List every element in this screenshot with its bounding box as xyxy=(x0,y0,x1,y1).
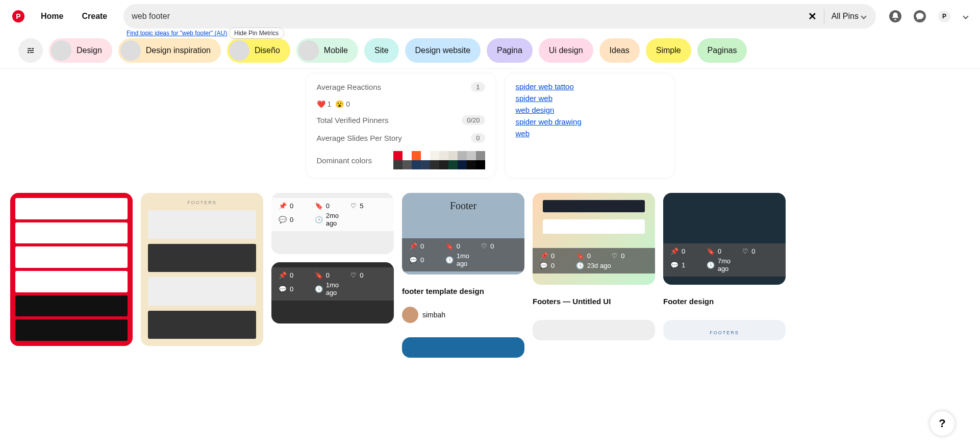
pin-card[interactable] xyxy=(10,193,133,346)
pin-card[interactable]: FOOTERS xyxy=(663,320,786,340)
top-header: P Home Create ✕ All Pins P xyxy=(0,0,980,33)
category-pill[interactable]: Design xyxy=(49,38,112,63)
metric-comments: 0 xyxy=(420,256,424,264)
messages-icon[interactable] xyxy=(914,10,926,22)
avg-slides-label: Average Slides Per Story xyxy=(317,134,402,142)
pin-card[interactable]: Footer 📌0 🔖0 ♡0 💬0 🕓1mo ago xyxy=(402,193,524,275)
comment-icon: 💬 xyxy=(670,261,679,269)
color-swatch[interactable] xyxy=(430,160,439,169)
metric-likes: 0 xyxy=(751,247,755,255)
color-swatch[interactable] xyxy=(458,160,467,169)
heart-icon: ♡ xyxy=(350,202,357,210)
search-filter-label: All Pins xyxy=(832,12,859,21)
color-swatch[interactable] xyxy=(439,151,448,160)
metric-comments: 0 xyxy=(551,262,555,269)
color-swatch[interactable] xyxy=(421,151,430,160)
color-swatch[interactable] xyxy=(412,151,421,160)
metric-time: 2mo ago xyxy=(326,212,351,227)
metric-comments: 0 xyxy=(290,216,293,223)
metric-comments: 0 xyxy=(290,285,293,293)
clear-search-icon[interactable]: ✕ xyxy=(807,10,819,22)
color-swatch[interactable] xyxy=(467,160,476,169)
pin-title[interactable]: Footers — Untitled UI xyxy=(533,297,655,306)
category-pill[interactable]: Mobile xyxy=(296,38,358,63)
metric-saves: 0 xyxy=(587,252,591,260)
home-link[interactable]: Home xyxy=(35,8,69,25)
pin-card[interactable]: 📌0 🔖0 ♡0 💬0 🕓23d ago xyxy=(533,193,655,285)
pin-grid: FOOTERS 📌0 🔖0 ♡5 💬0 🕓2mo ago � xyxy=(0,193,980,358)
search-bar[interactable]: ✕ All Pins xyxy=(123,4,876,29)
hide-pin-metrics-button[interactable]: Hide Pin Metrics xyxy=(229,28,284,39)
pill-label: Ui design xyxy=(549,46,583,55)
notifications-icon[interactable] xyxy=(889,10,901,22)
search-filter-dropdown[interactable]: All Pins xyxy=(832,12,868,21)
color-swatch[interactable] xyxy=(476,160,485,169)
category-pill[interactable]: Design inspiration xyxy=(118,38,221,63)
category-pill[interactable]: Pagina xyxy=(487,38,533,63)
related-search-link[interactable]: spider web xyxy=(516,94,664,103)
author-avatar xyxy=(402,307,418,323)
color-swatch[interactable] xyxy=(467,151,476,160)
comment-icon: 💬 xyxy=(540,262,548,269)
pin-title[interactable]: footer template design xyxy=(402,287,524,295)
clock-icon: 🕓 xyxy=(315,216,323,223)
color-swatch[interactable] xyxy=(448,151,458,160)
avg-reactions-value: 1 xyxy=(471,82,485,92)
profile-avatar[interactable]: P xyxy=(938,10,950,22)
category-pill[interactable]: Ui design xyxy=(539,38,593,63)
category-pill[interactable]: Simple xyxy=(646,38,691,63)
pin-inner-title: Footer xyxy=(402,193,524,212)
color-swatch[interactable] xyxy=(476,151,485,160)
metric-pins: 0 xyxy=(290,271,293,279)
color-swatches xyxy=(393,151,485,169)
color-swatch[interactable] xyxy=(403,160,412,169)
avg-reactions-label: Average Reactions xyxy=(317,83,381,91)
create-link[interactable]: Create xyxy=(76,8,113,25)
related-search-link[interactable]: web xyxy=(516,129,664,138)
color-swatch[interactable] xyxy=(393,160,403,169)
color-swatch[interactable] xyxy=(421,160,430,169)
save-icon: 🔖 xyxy=(576,252,584,260)
metric-time: 1mo ago xyxy=(326,281,351,296)
search-input[interactable] xyxy=(132,12,806,21)
pin-icon: 📌 xyxy=(409,242,417,250)
related-search-link[interactable]: spider web drawing xyxy=(516,117,664,126)
color-swatch[interactable] xyxy=(412,160,421,169)
category-pill[interactable]: Ideas xyxy=(599,38,640,63)
reactions-breakdown: ❤️ 1 😮 0 xyxy=(317,100,485,108)
filter-button[interactable] xyxy=(18,38,43,63)
pill-label: Diseño xyxy=(255,46,280,55)
heart-icon: ♡ xyxy=(612,252,618,260)
pill-label: Site xyxy=(374,46,389,55)
color-swatch[interactable] xyxy=(403,151,412,160)
pinterest-logo-icon[interactable]: P xyxy=(12,10,24,22)
related-search-link[interactable]: web design xyxy=(516,106,664,114)
pin-card[interactable]: 📌0 🔖0 ♡5 💬0 🕓2mo ago xyxy=(271,193,394,254)
pin-metrics-overlay: 📌0 🔖0 ♡0 💬0 🕓1mo ago xyxy=(402,238,524,271)
color-swatch[interactable] xyxy=(439,160,448,169)
topic-ideas-link[interactable]: Find topic ideas for "web footer" (AU) xyxy=(127,30,227,37)
pill-label: Design inspiration xyxy=(146,46,211,55)
category-pill[interactable]: Paginas xyxy=(697,38,747,63)
metric-likes: 0 xyxy=(360,271,363,279)
related-search-link[interactable]: spider web tattoo xyxy=(516,82,664,91)
pin-card[interactable] xyxy=(402,337,524,358)
category-pill[interactable]: Diseño xyxy=(227,38,290,63)
category-pill[interactable]: Site xyxy=(364,38,399,63)
pin-card[interactable]: 📌0 🔖0 ♡0 💬1 🕓7mo ago xyxy=(663,193,786,285)
pin-card[interactable]: 📌0 🔖0 ♡0 💬0 🕓1mo ago xyxy=(271,262,394,323)
pin-card[interactable]: FOOTERS xyxy=(141,193,263,346)
comment-icon: 💬 xyxy=(409,256,417,264)
account-menu-chevron-icon[interactable] xyxy=(963,13,968,19)
pill-label: Paginas xyxy=(708,46,737,55)
pin-title[interactable]: Footer design xyxy=(663,297,786,306)
divider xyxy=(824,9,824,23)
color-swatch[interactable] xyxy=(430,151,439,160)
color-swatch[interactable] xyxy=(448,160,458,169)
color-swatch[interactable] xyxy=(393,151,403,160)
category-pill[interactable]: Design website xyxy=(405,38,481,63)
color-swatch[interactable] xyxy=(458,151,467,160)
pin-author[interactable]: simbah xyxy=(402,307,524,323)
pin-card[interactable] xyxy=(533,320,655,340)
pill-label: Mobile xyxy=(324,46,348,55)
